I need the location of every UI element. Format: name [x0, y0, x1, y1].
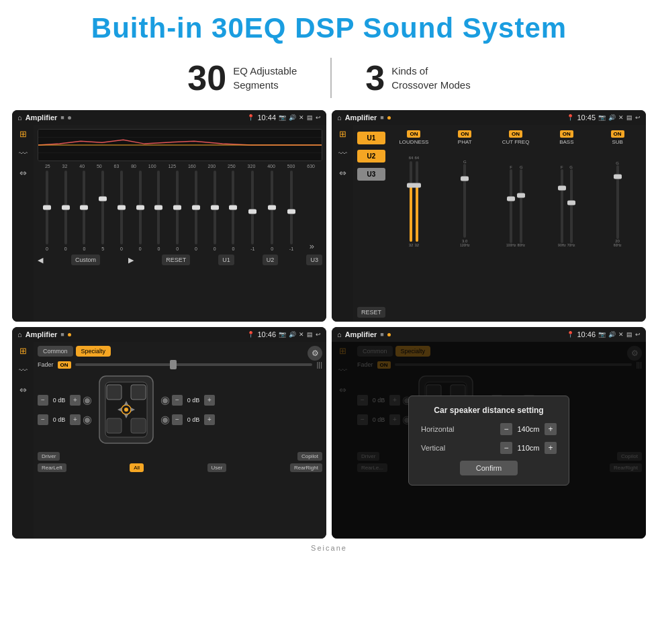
channel-name-cutfreq: CUT FREQ [502, 139, 530, 145]
vol-plus-rl[interactable]: + [70, 414, 81, 425]
vol-plus-rr[interactable]: + [204, 414, 215, 425]
screen-crossover: ⌂ Amplifier ■ 📍 10:45 📷 🔊 ✕ ▤ ↩ ⊞ 〰 ⇔ [332, 110, 646, 322]
all-btn[interactable]: All [130, 463, 144, 472]
vertical-minus[interactable]: − [500, 442, 512, 454]
eq-slider-10[interactable]: 0 [232, 171, 234, 251]
car-diagram-wrap [96, 373, 156, 447]
status-bar-4: ⌂ Amplifier ■ 📍 10:46 📷 🔊 ✕ ▤ ↩ [332, 327, 646, 342]
freq-labels: 2532405063 80100125160200 25032040050063… [38, 164, 322, 169]
status-bar-3: ⌂ Amplifier ■ 📍 10:46 📷 🔊 ✕ ▤ ↩ [12, 327, 326, 342]
back-icon-4[interactable]: ↩ [635, 331, 641, 338]
vertical-row: Vertical − 110cm + [421, 442, 557, 454]
u3-crossover[interactable]: U3 [357, 168, 385, 181]
vertical-plus[interactable]: + [545, 442, 557, 454]
home-icon-2[interactable]: ⌂ [337, 113, 342, 122]
gps-icon-4: 📍 [567, 331, 574, 338]
wave-icon-3[interactable]: 〰 [19, 365, 28, 375]
eq-slider-12[interactable]: 0 [271, 171, 273, 251]
vertical-label: Vertical [421, 444, 465, 452]
driver-btn[interactable]: Driver [38, 452, 60, 461]
speaker-icon-rr: ◉ [160, 413, 170, 426]
volume-icon-2: 🔊 [608, 114, 616, 121]
u3-btn-1[interactable]: U3 [306, 255, 322, 265]
home-icon-4[interactable]: ⌂ [337, 330, 342, 338]
channel-sub: ON SUB G 20 60Hz [593, 130, 642, 318]
reset-btn-2[interactable]: RESET [357, 307, 385, 318]
eq-slider-8[interactable]: 0 [195, 171, 197, 251]
specialty-tab[interactable]: Specialty [76, 346, 111, 357]
camera-icon-2: 📷 [598, 114, 606, 121]
home-icon-3[interactable]: ⌂ [17, 330, 22, 338]
back-icon-3[interactable]: ↩ [316, 331, 321, 338]
stat-eq: 30 EQ AdjustableSegments [154, 60, 330, 95]
vol-plus-fr[interactable]: + [204, 395, 215, 406]
vertical-control: − 110cm + [500, 442, 557, 454]
eq-slider-13[interactable]: -1 [289, 171, 293, 251]
speaker-btn-row: Driver Copilot [38, 452, 322, 461]
on-badge-loudness[interactable]: ON [407, 130, 420, 138]
fader-track[interactable] [75, 363, 313, 366]
eq-slider-7[interactable]: 0 [176, 171, 179, 251]
u1-btn-1[interactable]: U1 [218, 255, 234, 265]
eq-icon-1[interactable]: ⊞ [19, 129, 27, 139]
eq-icon-2[interactable]: ⊞ [339, 129, 346, 139]
vol-rear-right: ◉ − 0 dB + [160, 413, 215, 426]
eq-slider-11[interactable]: -1 [250, 171, 254, 251]
eq-icon-3[interactable]: ⊞ [19, 346, 27, 356]
time-3: 10:46 [257, 330, 276, 338]
next-arrow[interactable]: ▶ [128, 256, 134, 265]
camera-icon-1: 📷 [279, 114, 286, 121]
eq-slider-4[interactable]: 0 [120, 171, 123, 251]
vol-minus-fl[interactable]: − [38, 395, 48, 406]
home-icon-1[interactable]: ⌂ [17, 113, 22, 122]
screen1-title: Amplifier [26, 113, 58, 122]
fader-on-badge[interactable]: ON [58, 361, 71, 369]
prev-arrow[interactable]: ◀ [38, 256, 43, 265]
eq-slider-1[interactable]: 0 [64, 171, 67, 251]
eq-slider-5[interactable]: 0 [139, 171, 142, 251]
custom-btn[interactable]: Custom [71, 255, 100, 265]
speaker-tabs-3: Common Specialty [38, 346, 322, 357]
reset-btn-1[interactable]: RESET [162, 255, 190, 265]
on-badge-bass[interactable]: ON [560, 130, 573, 138]
vol-minus-rl[interactable]: − [38, 414, 48, 425]
eq-slider-0[interactable]: 0 [46, 171, 48, 251]
on-badge-sub[interactable]: ON [611, 130, 624, 138]
gear-button-3[interactable]: ⚙ [308, 346, 322, 361]
eq-slider-3[interactable]: 5 [101, 171, 104, 251]
eq-slider-2[interactable]: 0 [83, 171, 85, 251]
expand-icon-1[interactable]: ⇔ [19, 168, 27, 178]
back-icon-1[interactable]: ↩ [316, 114, 321, 121]
left-vol-controls: − 0 dB + ◉ − 0 dB + ◉ [38, 394, 92, 426]
wave-icon-2[interactable]: 〰 [338, 148, 347, 158]
horizontal-minus[interactable]: − [500, 423, 512, 435]
on-badge-cutfreq[interactable]: ON [509, 130, 522, 138]
eq-slider-9[interactable]: 0 [214, 171, 216, 251]
x-icon-2: ✕ [618, 114, 624, 121]
back-icon-2[interactable]: ↩ [635, 114, 641, 121]
speaker-icon-fr: ◉ [160, 394, 170, 406]
vol-val-fl: 0 dB [50, 397, 68, 404]
on-badge-phat[interactable]: ON [458, 130, 471, 138]
rearright-btn[interactable]: RearRight [290, 463, 322, 472]
wave-icon-1[interactable]: 〰 [19, 148, 28, 158]
vol-minus-fr[interactable]: − [172, 395, 183, 406]
more-icon[interactable]: » [310, 241, 314, 251]
rearleft-btn[interactable]: RearLeft [38, 463, 66, 472]
vol-plus-fl[interactable]: + [70, 395, 81, 406]
camera-icon-3: 📷 [279, 331, 286, 338]
stats-row: 30 EQ AdjustableSegments 3 Kinds ofCross… [0, 51, 658, 110]
copilot-btn[interactable]: Copilot [297, 452, 322, 461]
u2-btn-1[interactable]: U2 [263, 255, 279, 265]
expand-icon-3[interactable]: ⇔ [19, 385, 27, 395]
expand-icon-2[interactable]: ⇔ [339, 168, 346, 178]
u1-crossover[interactable]: U1 [357, 132, 385, 144]
user-btn[interactable]: User [207, 463, 227, 472]
common-tab[interactable]: Common [38, 346, 73, 357]
vol-minus-rr[interactable]: − [172, 414, 183, 425]
horizontal-plus[interactable]: + [545, 423, 557, 435]
u2-crossover[interactable]: U2 [357, 150, 385, 163]
x-icon-4: ✕ [618, 331, 624, 338]
confirm-button[interactable]: Confirm [460, 461, 518, 475]
eq-slider-6[interactable]: 0 [157, 171, 160, 251]
